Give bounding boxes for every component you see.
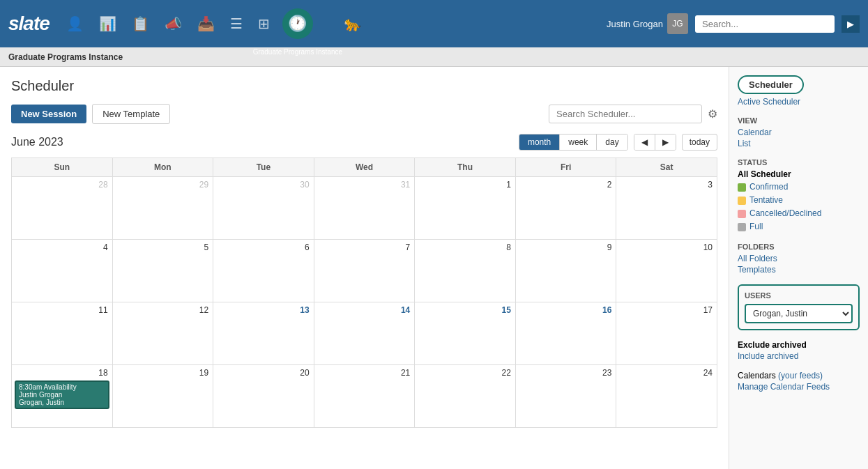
calendar-day-cell[interactable]: 31: [314, 177, 415, 240]
calendar-day-cell[interactable]: 15: [415, 302, 516, 365]
day-number: 3: [619, 178, 714, 191]
day-number: 7: [317, 241, 412, 254]
day-number: 1: [418, 178, 512, 191]
calendar-day-cell[interactable]: 12: [112, 302, 213, 365]
sidebar-users-title: Users: [745, 291, 853, 300]
calendar-day-cell[interactable]: 14: [314, 302, 415, 365]
event-user2: Grogan, Justin: [19, 399, 105, 406]
calendar-header-row: Sun Mon Tue Wed Thu Fri Sat: [12, 158, 717, 177]
day-number: 18: [15, 367, 109, 379]
calendar-day-cell[interactable]: 5: [112, 240, 213, 302]
calendar-grid: Sun Mon Tue Wed Thu Fri Sat 28 29 30 31 …: [11, 157, 717, 428]
confirmed-link[interactable]: Confirmed: [749, 182, 788, 192]
sidebar-templates-link[interactable]: Templates: [738, 265, 860, 275]
sidebar-scheduler-button[interactable]: Scheduler: [738, 75, 804, 94]
new-template-button[interactable]: New Template: [92, 104, 170, 124]
full-link[interactable]: Full: [749, 222, 763, 231]
event-time: 8:30am Availability: [19, 383, 105, 391]
month-view-button[interactable]: month: [519, 134, 560, 150]
calendar-day-cell[interactable]: 19: [112, 365, 213, 428]
calendar-day-cell[interactable]: 8: [415, 240, 516, 302]
col-sun: Sun: [12, 158, 113, 177]
calendar-day-cell[interactable]: 2: [515, 177, 616, 240]
calendar-week-row: 4 5 6 7 8 9 10: [12, 240, 717, 302]
day-number: 21: [317, 367, 412, 379]
calendar-day-cell[interactable]: 30: [213, 177, 314, 240]
calendar-day-cell[interactable]: 7: [314, 240, 415, 302]
scheduler-search-input[interactable]: [549, 105, 702, 123]
calendar-day-cell[interactable]: 11: [12, 302, 113, 365]
col-fri: Fri: [515, 158, 616, 177]
cancelled-link[interactable]: Cancelled/Declined: [749, 208, 821, 218]
sidebar-all-folders-link[interactable]: All Folders: [738, 254, 860, 263]
next-month-button[interactable]: ▶: [655, 134, 676, 150]
day-number: 28: [15, 178, 109, 191]
document-icon[interactable]: 📋: [129, 13, 152, 35]
tentative-link[interactable]: Tentative: [749, 195, 783, 205]
calendar-week-row: 18 8:30am Availability Justin Grogan Gro…: [12, 365, 717, 428]
day-number: 4: [15, 241, 109, 254]
chart-icon[interactable]: 📊: [96, 13, 119, 35]
filter-icon[interactable]: ⚙: [708, 107, 717, 121]
calendar-month-title: June 2023: [11, 136, 519, 148]
calendar-day-cell[interactable]: 13: [213, 302, 314, 365]
app-logo[interactable]: slate: [8, 13, 50, 35]
calendar-day-cell[interactable]: 23: [515, 365, 616, 428]
calendar-day-cell[interactable]: 18 8:30am Availability Justin Grogan Gro…: [12, 365, 113, 428]
sidebar-list-link[interactable]: List: [738, 139, 860, 148]
col-wed: Wed: [314, 158, 415, 177]
scheduler-nav-label: Graduate Programs Instance: [253, 48, 342, 56]
today-button[interactable]: today: [682, 134, 717, 151]
calendar-day-cell[interactable]: 20: [213, 365, 314, 428]
col-tue: Tue: [213, 158, 314, 177]
people-icon[interactable]: 👤: [63, 13, 86, 35]
user-info: Justin Grogan JG: [607, 13, 688, 34]
sidebar-scheduler-section: Scheduler Active Scheduler: [738, 75, 860, 107]
top-search-input[interactable]: [695, 15, 835, 33]
calendar-day-cell[interactable]: 1: [415, 177, 516, 240]
sidebar-active-scheduler-link[interactable]: Active Scheduler: [738, 97, 860, 107]
calendar-day-cell[interactable]: 3: [616, 177, 717, 240]
users-box: Users Grogan, Justin: [738, 284, 860, 330]
list-icon[interactable]: ☰: [227, 13, 245, 35]
main-layout: Scheduler New Session New Template ⚙ Jun…: [0, 67, 868, 469]
calendar-day-cell[interactable]: 24: [616, 365, 717, 428]
grid-icon[interactable]: ⊞: [255, 13, 273, 35]
calendar-week-row: 11 12 13 14 15 16 17: [12, 302, 717, 365]
sidebar-status-section: Status All Scheduler Confirmed Tentative…: [738, 158, 860, 233]
calendar-day-cell[interactable]: 10: [616, 240, 717, 302]
manage-calendar-feeds-link[interactable]: Manage Calendar Feeds: [738, 382, 860, 392]
day-number: 17: [619, 304, 714, 316]
calendar-day-cell[interactable]: 4: [12, 240, 113, 302]
users-select[interactable]: Grogan, Justin: [745, 304, 853, 323]
col-sat: Sat: [616, 158, 717, 177]
status-tentative: Tentative: [738, 195, 860, 206]
day-view-button[interactable]: day: [597, 134, 627, 150]
calendar-body: 28 29 30 31 1 2 3 4 5 6 7 8 9 10: [12, 177, 717, 428]
top-search-button[interactable]: ▶: [842, 15, 860, 33]
exclude-archived-label: Exclude archived: [738, 340, 860, 350]
user-avatar: JG: [667, 13, 688, 34]
include-archived-link[interactable]: Include archived: [738, 351, 860, 361]
your-feeds-link[interactable]: (your feeds): [778, 371, 823, 380]
calendar-day-cell[interactable]: 9: [515, 240, 616, 302]
calendar-day-cell[interactable]: 17: [616, 302, 717, 365]
prev-month-button[interactable]: ◀: [634, 134, 655, 150]
calendar-event[interactable]: 8:30am Availability Justin Grogan Grogan…: [15, 380, 109, 409]
day-number: 13: [216, 304, 311, 316]
megaphone-icon[interactable]: 📣: [162, 13, 185, 35]
new-session-button[interactable]: New Session: [11, 105, 86, 123]
calendar-day-cell[interactable]: 6: [213, 240, 314, 302]
calendar-day-cell[interactable]: 21: [314, 365, 415, 428]
day-number: 24: [619, 367, 714, 379]
inbox-icon[interactable]: 📥: [195, 13, 218, 35]
calendar-day-cell[interactable]: 29: [112, 177, 213, 240]
day-number: 19: [116, 367, 211, 379]
cancelled-dot: [738, 210, 746, 218]
calendar-day-cell[interactable]: 16: [515, 302, 616, 365]
sidebar-calendar-link[interactable]: Calendar: [738, 128, 860, 137]
calendar-day-cell[interactable]: 28: [12, 177, 113, 240]
calendar-day-cell[interactable]: 22: [415, 365, 516, 428]
week-view-button[interactable]: week: [560, 134, 597, 150]
scheduler-nav-icon[interactable]: 🕐 Graduate Programs Instance: [282, 8, 313, 39]
